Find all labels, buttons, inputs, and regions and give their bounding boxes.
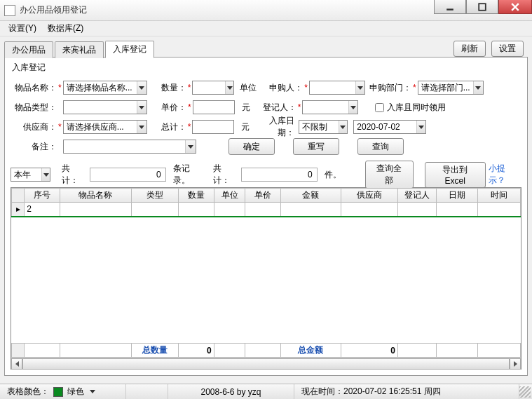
remark-label: 备注：: [11, 141, 57, 153]
status-bar: 表格颜色： 绿色 2008-6-6 by yzq 现在时间： 2020-07-0…: [0, 384, 532, 399]
reset-button[interactable]: 重写: [293, 138, 339, 155]
unit-label: 单位: [234, 82, 261, 94]
table-row[interactable]: ▸ 2: [12, 203, 521, 217]
resize-grip-icon[interactable]: [519, 386, 531, 398]
menu-settings[interactable]: 设置(Y): [3, 21, 42, 36]
dept-combo[interactable]: [418, 81, 484, 95]
col-price[interactable]: 单价: [245, 189, 281, 203]
col-type[interactable]: 类型: [131, 189, 178, 203]
tab-stock-in[interactable]: 入库登记: [105, 41, 154, 58]
section-title: 入库登记: [12, 62, 521, 74]
data-grid: 序号 物品名称 类型 数量 单位 单价 金额 供应商 登记人 日期 时间: [11, 187, 521, 370]
currency-2: 元: [234, 121, 254, 133]
price-label: 单价：: [147, 102, 186, 114]
col-date[interactable]: 日期: [436, 189, 477, 203]
col-name[interactable]: 物品名称: [60, 189, 132, 203]
footer-total-qty-label: 总数量: [131, 344, 178, 358]
chevron-down-icon: [41, 168, 50, 181]
refresh-button[interactable]: 刷新: [453, 41, 486, 57]
chevron-down-icon: [225, 81, 233, 94]
dept-label: 申购部门：: [365, 82, 411, 94]
horizontal-scrollbar[interactable]: [11, 358, 521, 369]
qty-combo[interactable]: [192, 81, 234, 95]
now-value: 2020-07-02 16:25:51 周四: [343, 386, 441, 398]
scroll-thumb[interactable]: [22, 358, 510, 370]
col-amount[interactable]: 金额: [281, 189, 341, 203]
chevron-down-icon: [473, 81, 483, 94]
registrant-combo[interactable]: [302, 100, 358, 114]
applicant-label: 申购人：: [261, 82, 303, 94]
total-label: 总计：: [147, 121, 186, 133]
grid-header-row: 序号 物品名称 类型 数量 单位 单价 金额 供应商 登记人 日期 时间: [12, 189, 521, 203]
chevron-down-icon: [416, 121, 426, 133]
date-limit-combo[interactable]: [299, 120, 348, 134]
title-bar: 办公用品领用登记: [0, 0, 532, 21]
count-value-1: 0: [90, 168, 166, 182]
app-icon: [4, 5, 15, 16]
tab-office-supplies[interactable]: 办公用品: [4, 41, 53, 58]
qty-label: 数量：: [147, 82, 186, 94]
item-name-combo[interactable]: [63, 81, 147, 95]
color-swatch-icon: [53, 387, 63, 397]
svg-rect-1: [479, 4, 486, 11]
footer-total-qty: 0: [178, 344, 214, 358]
applicant-combo[interactable]: [309, 81, 365, 95]
chevron-down-icon[interactable]: [90, 390, 95, 393]
count-value-2: 0: [241, 168, 318, 182]
checkin-borrow-checkbox[interactable]: 入库且同时领用: [375, 102, 446, 114]
chevron-down-icon: [355, 81, 364, 94]
supplier-label: 供应商：: [11, 121, 57, 133]
entry-date-label: 入库日期：: [254, 115, 294, 139]
type-label: 物品类型：: [11, 102, 57, 114]
ok-button[interactable]: 确定: [229, 138, 275, 155]
scroll-left-button[interactable]: [11, 358, 22, 370]
row-indicator-icon: ▸: [12, 203, 25, 217]
remark-combo[interactable]: [63, 140, 196, 154]
registrant-label: 登记人：: [254, 102, 296, 114]
now-label: 现在时间：: [301, 386, 343, 398]
settings-button[interactable]: 设置: [491, 41, 524, 57]
col-registrant[interactable]: 登记人: [398, 189, 437, 203]
tab-guest-gifts[interactable]: 来宾礼品: [55, 41, 104, 58]
footer-total-amt: 0: [341, 344, 397, 358]
footer-total-amt-label: 总金额: [281, 344, 341, 358]
chevron-down-icon: [348, 101, 357, 114]
total-input[interactable]: [192, 120, 234, 134]
period-combo[interactable]: [11, 168, 50, 182]
item-name-label: 物品名称：: [11, 82, 57, 94]
col-qty[interactable]: 数量: [178, 189, 214, 203]
scroll-right-button[interactable]: [510, 358, 521, 370]
menu-database[interactable]: 数据库(Z): [42, 21, 89, 36]
minimize-button[interactable]: [434, 0, 466, 14]
tab-strip: 办公用品 来宾礼品 入库登记 刷新 设置: [4, 41, 528, 58]
tip-link[interactable]: 小提示？: [489, 163, 521, 187]
count-label-2: 共计：: [213, 163, 238, 187]
count-label-1: 共计：: [62, 163, 87, 187]
type-combo[interactable]: [63, 100, 147, 114]
currency-1: 元: [235, 102, 254, 114]
col-supplier[interactable]: 供应商: [341, 189, 397, 203]
export-excel-button[interactable]: 导出到Excel: [425, 162, 486, 188]
chevron-down-icon: [185, 140, 196, 153]
menu-bar: 设置(Y) 数据库(Z): [0, 21, 532, 36]
chevron-down-icon: [137, 81, 146, 94]
chevron-down-icon: [339, 121, 348, 133]
col-time[interactable]: 时间: [477, 189, 520, 203]
color-label: 表格颜色：: [7, 386, 49, 398]
chevron-down-icon: [137, 121, 146, 133]
pieces-suffix: 件。: [320, 169, 346, 181]
col-seq[interactable]: 序号: [25, 189, 60, 203]
col-unit[interactable]: 单位: [214, 189, 245, 203]
price-input[interactable]: [193, 100, 235, 114]
date-combo[interactable]: [353, 120, 426, 134]
query-button[interactable]: 查询: [357, 138, 404, 155]
records-suffix: 条记录。: [169, 163, 210, 187]
color-name: 绿色: [67, 386, 84, 398]
window-title: 办公用品领用登记: [20, 4, 87, 16]
author-info: 2008-6-6 by yzq: [168, 384, 294, 399]
supplier-combo[interactable]: [63, 120, 147, 134]
maximize-button[interactable]: [466, 0, 498, 14]
required-mark: *: [57, 83, 63, 93]
query-all-button[interactable]: 查询全部: [365, 161, 414, 189]
close-button[interactable]: [498, 0, 532, 14]
